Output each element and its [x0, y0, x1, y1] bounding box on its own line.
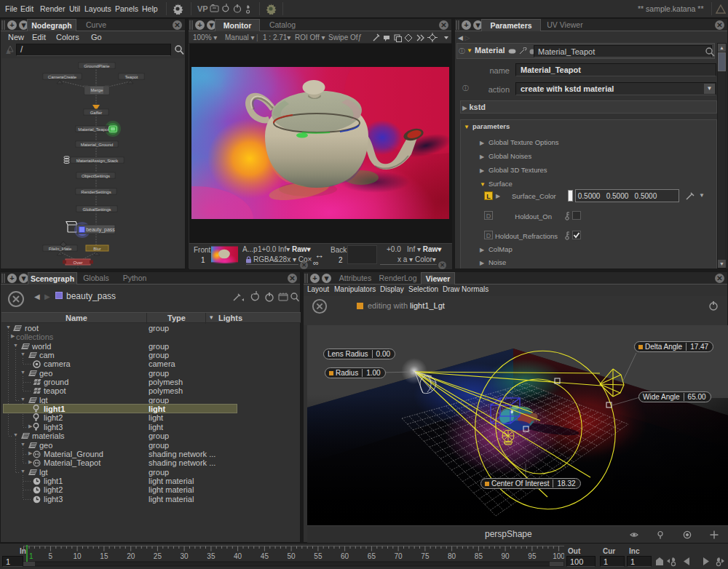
svg-text:CameraCreate: CameraCreate	[48, 75, 77, 79]
svg-text:Gaffer: Gaffer	[90, 111, 103, 115]
svg-text:1: 1	[29, 552, 33, 560]
svg-text:GlobalSettings: GlobalSettings	[82, 207, 111, 212]
svg-text:50: 50	[288, 552, 296, 560]
svg-text:80: 80	[448, 552, 456, 560]
svg-text:Material_Ground: Material_Ground	[81, 143, 114, 147]
svg-text:beauty_pass: beauty_pass	[86, 227, 115, 233]
svg-text:85: 85	[475, 552, 483, 560]
svg-text:Material_Teapot: Material_Teapot	[78, 127, 109, 132]
svg-text:70: 70	[395, 552, 403, 560]
svg-text:10: 10	[74, 552, 82, 560]
svg-text:40: 40	[234, 552, 242, 560]
svg-text:100: 100	[553, 552, 564, 560]
svg-text:75: 75	[421, 552, 430, 560]
svg-text:30: 30	[181, 552, 189, 560]
svg-text:Merge: Merge	[90, 88, 103, 92]
svg-text:15: 15	[100, 552, 108, 560]
svg-text:45: 45	[261, 552, 269, 560]
svg-text:FileIn_Plate: FileIn_Plate	[49, 247, 72, 251]
svg-text:Over: Over	[73, 260, 82, 265]
svg-text:MaterialAssign_Stack: MaterialAssign_Stack	[76, 159, 119, 163]
svg-text:ObjectSettings: ObjectSettings	[82, 174, 110, 178]
svg-text:GroundPlane: GroundPlane	[84, 64, 110, 68]
svg-text:Teapot: Teapot	[124, 75, 138, 79]
svg-text:90: 90	[502, 552, 510, 560]
svg-text:35: 35	[207, 552, 215, 560]
svg-text:20: 20	[127, 552, 135, 560]
svg-text:RenderSettings: RenderSettings	[81, 190, 111, 194]
svg-text:25: 25	[154, 552, 162, 560]
svg-text:5: 5	[49, 552, 53, 560]
svg-text:65: 65	[368, 552, 376, 560]
svg-text:60: 60	[341, 552, 349, 560]
svg-text:55: 55	[314, 552, 323, 560]
svg-text:95: 95	[528, 552, 537, 560]
svg-text:Blur: Blur	[93, 247, 101, 251]
